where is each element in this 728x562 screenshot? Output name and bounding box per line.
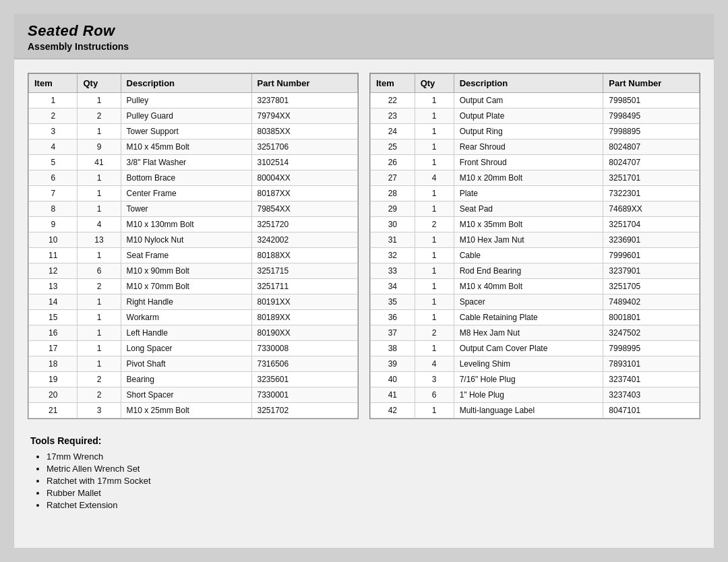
table-row: 11 1 Seat Frame 80188XX bbox=[29, 248, 358, 263]
item-number: 5 bbox=[29, 155, 78, 170]
item-number: 38 bbox=[371, 341, 415, 356]
table-row: 24 1 Output Ring 7998895 bbox=[371, 124, 700, 139]
item-part-number: 7322301 bbox=[603, 186, 700, 201]
table-row: 37 2 M8 Hex Jam Nut 3247502 bbox=[371, 325, 700, 341]
item-part-number: 7489402 bbox=[603, 294, 700, 310]
item-part-number: 7330008 bbox=[251, 341, 358, 356]
item-number: 9 bbox=[29, 217, 78, 232]
table-row: 14 1 Right Handle 80191XX bbox=[29, 294, 358, 310]
item-description: M10 x 70mm Bolt bbox=[121, 279, 251, 294]
item-qty: 1 bbox=[78, 248, 121, 263]
item-description: 7/16" Hole Plug bbox=[454, 372, 603, 387]
item-description: Rear Shroud bbox=[454, 139, 603, 155]
item-number: 15 bbox=[29, 310, 78, 325]
table-row: 10 13 M10 Nylock Nut 3242002 bbox=[29, 232, 358, 248]
item-number: 20 bbox=[29, 387, 78, 403]
item-qty: 1 bbox=[78, 170, 121, 186]
item-number: 29 bbox=[371, 201, 415, 217]
item-description: 1" Hole Plug bbox=[454, 387, 603, 403]
table-row: 41 6 1" Hole Plug 3237403 bbox=[371, 387, 700, 403]
item-qty: 1 bbox=[78, 124, 121, 139]
item-description: M10 x 20mm Bolt bbox=[454, 170, 603, 186]
left-table: Item Qty Description Part Number 1 1 Pul… bbox=[28, 73, 358, 418]
item-description: Tower bbox=[121, 201, 251, 217]
table-row: 42 1 Multi-language Label 8047101 bbox=[371, 403, 700, 418]
list-item: 17mm Wrench bbox=[47, 451, 698, 462]
item-number: 28 bbox=[371, 186, 415, 201]
item-qty: 6 bbox=[415, 387, 454, 403]
item-qty: 3 bbox=[415, 372, 454, 387]
item-description: Spacer bbox=[454, 294, 603, 310]
item-part-number: 7316506 bbox=[251, 356, 358, 372]
item-part-number: 80189XX bbox=[251, 310, 358, 325]
item-qty: 1 bbox=[78, 325, 121, 341]
table-row: 40 3 7/16" Hole Plug 3237401 bbox=[371, 372, 700, 387]
item-number: 18 bbox=[29, 356, 78, 372]
right-table: Item Qty Description Part Number 22 1 Ou… bbox=[370, 73, 700, 418]
item-description: Center Frame bbox=[121, 186, 251, 201]
item-qty: 9 bbox=[78, 139, 121, 155]
item-number: 2 bbox=[29, 108, 78, 124]
item-part-number: 3251705 bbox=[603, 279, 700, 294]
table-row: 22 1 Output Cam 7998501 bbox=[371, 93, 700, 108]
item-description: Left Handle bbox=[121, 325, 251, 341]
item-qty: 1 bbox=[78, 201, 121, 217]
item-part-number: 80191XX bbox=[251, 294, 358, 310]
item-qty: 4 bbox=[78, 217, 121, 232]
item-part-number: 3251711 bbox=[251, 279, 358, 294]
item-description: Front Shroud bbox=[454, 155, 603, 170]
item-part-number: 74689XX bbox=[603, 201, 700, 217]
table-row: 35 1 Spacer 7489402 bbox=[371, 294, 700, 310]
table-row: 38 1 Output Cam Cover Plate 7998995 bbox=[371, 341, 700, 356]
item-number: 10 bbox=[29, 232, 78, 248]
left-col-part: Part Number bbox=[251, 74, 358, 93]
table-row: 17 1 Long Spacer 7330008 bbox=[29, 341, 358, 356]
item-number: 41 bbox=[371, 387, 415, 403]
item-part-number: 8001801 bbox=[603, 310, 700, 325]
item-number: 16 bbox=[29, 325, 78, 341]
item-qty: 1 bbox=[415, 232, 454, 248]
item-number: 4 bbox=[29, 139, 78, 155]
table-row: 32 1 Cable 7999601 bbox=[371, 248, 700, 263]
table-row: 23 1 Output Plate 7998495 bbox=[371, 108, 700, 124]
item-qty: 1 bbox=[415, 108, 454, 124]
table-row: 21 3 M10 x 25mm Bolt 3251702 bbox=[29, 403, 358, 418]
table-row: 12 6 M10 x 90mm Bolt 3251715 bbox=[29, 263, 358, 279]
item-part-number: 80188XX bbox=[251, 248, 358, 263]
item-qty: 1 bbox=[415, 263, 454, 279]
table-row: 20 2 Short Spacer 7330001 bbox=[29, 387, 358, 403]
item-part-number: 7998501 bbox=[603, 93, 700, 108]
item-part-number: 80385XX bbox=[251, 124, 358, 139]
item-part-number: 3251701 bbox=[603, 170, 700, 186]
table-row: 29 1 Seat Pad 74689XX bbox=[371, 201, 700, 217]
left-table-wrapper: Item Qty Description Part Number 1 1 Pul… bbox=[28, 73, 359, 419]
item-description: Cable Retaining Plate bbox=[454, 310, 603, 325]
item-number: 36 bbox=[371, 310, 415, 325]
item-number: 7 bbox=[29, 186, 78, 201]
item-qty: 2 bbox=[78, 108, 121, 124]
table-row: 7 1 Center Frame 80187XX bbox=[29, 186, 358, 201]
item-qty: 13 bbox=[78, 232, 121, 248]
item-description: Output Ring bbox=[454, 124, 603, 139]
item-number: 12 bbox=[29, 263, 78, 279]
item-qty: 1 bbox=[78, 341, 121, 356]
item-number: 17 bbox=[29, 341, 78, 356]
item-part-number: 3251706 bbox=[251, 139, 358, 155]
item-description: Output Plate bbox=[454, 108, 603, 124]
item-part-number: 3247502 bbox=[603, 325, 700, 341]
table-row: 5 41 3/8" Flat Washer 3102514 bbox=[29, 155, 358, 170]
item-qty: 1 bbox=[415, 403, 454, 418]
list-item: Ratchet Extension bbox=[47, 500, 698, 510]
item-description: M10 x 130mm Bolt bbox=[121, 217, 251, 232]
item-description: 3/8" Flat Washer bbox=[121, 155, 251, 170]
item-qty: 2 bbox=[415, 217, 454, 232]
item-part-number: 3242002 bbox=[251, 232, 358, 248]
item-qty: 1 bbox=[78, 294, 121, 310]
item-number: 1 bbox=[29, 93, 78, 108]
table-row: 18 1 Pivot Shaft 7316506 bbox=[29, 356, 358, 372]
table-row: 1 1 Pulley 3237801 bbox=[29, 93, 358, 108]
item-number: 22 bbox=[371, 93, 415, 108]
item-qty: 1 bbox=[415, 310, 454, 325]
item-number: 26 bbox=[371, 155, 415, 170]
item-part-number: 80004XX bbox=[251, 170, 358, 186]
